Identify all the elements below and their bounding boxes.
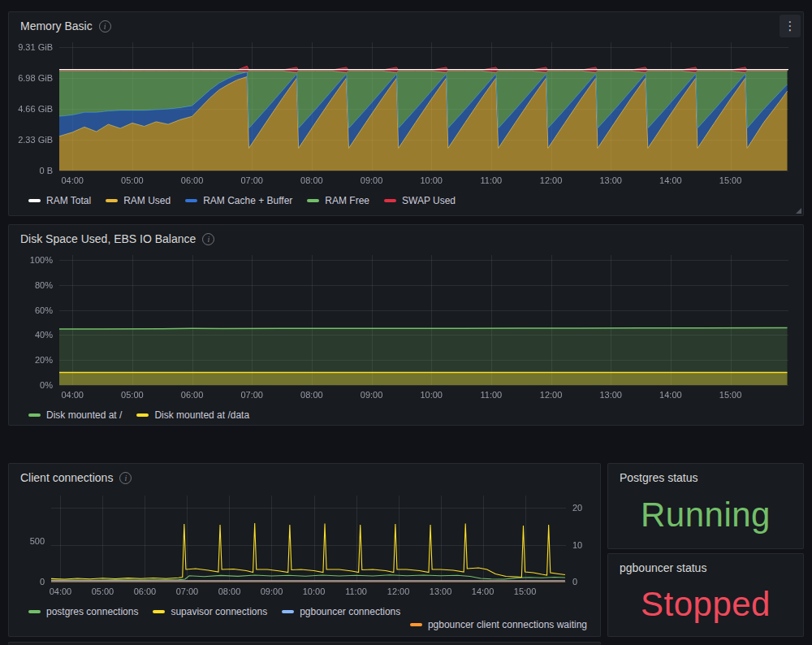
legend-label: SWAP Used (402, 195, 456, 206)
legend-swatch (136, 413, 149, 417)
legend-label: Disk mounted at / (46, 409, 122, 421)
next-row-panel-edge (8, 642, 601, 645)
pgbouncer-status-body: Stopped (608, 576, 803, 633)
disk-panel-header: Disk Space Used, EBS IO Balance i (9, 225, 803, 247)
info-icon-glyph: i (207, 235, 209, 244)
pgbouncer-status-header: pgbouncer status (608, 554, 803, 576)
connections-chart-canvas[interactable] (14, 487, 595, 601)
info-icon[interactable]: i (202, 233, 214, 245)
legend-label: pgbouncer connections (300, 606, 400, 617)
disk-legend: Disk mounted at /Disk mounted at /data (9, 405, 803, 424)
memory-basic-panel: Memory Basic i ⋮ RAM TotalRAM UsedRAM Ca… (8, 11, 804, 216)
legend-label: Disk mounted at /data (154, 409, 249, 421)
memory-legend: RAM TotalRAM UsedRAM Cache + BufferRAM F… (9, 190, 803, 210)
legend-label: RAM Used (123, 195, 171, 206)
grafana-dashboard: { "icons": { "info": "i", "kebab": "\u22… (0, 0, 812, 645)
kebab-icon: ⋮ (784, 19, 797, 33)
legend-item-disk-mounted-at-[interactable]: Disk mounted at / (28, 409, 122, 421)
legend-swatch (153, 610, 165, 613)
postgres-status-panel: Postgres status Running (607, 463, 804, 549)
client-connections-panel: Client connections i postgres connection… (8, 463, 601, 637)
disk-space-panel: Disk Space Used, EBS IO Balance i Disk m… (8, 224, 804, 426)
legend-label: postgres connections (46, 606, 138, 617)
panel-menu-button[interactable]: ⋮ (780, 15, 801, 37)
memory-panel-title[interactable]: Memory Basic (20, 19, 93, 32)
legend-item-ram-total[interactable]: RAM Total (28, 195, 91, 206)
legend-item-disk-mounted-at-data[interactable]: Disk mounted at /data (136, 409, 249, 421)
pgbouncer-status-value: Stopped (641, 585, 771, 624)
legend-item-ram-cache-buffer[interactable]: RAM Cache + Buffer (185, 195, 292, 206)
legend-label: pgbouncer client connections waiting (428, 619, 587, 630)
legend-item-pgbouncer-client-connections-waiting[interactable]: pgbouncer client connections waiting (410, 619, 587, 630)
legend-swatch (185, 199, 197, 202)
panel-resize-handle[interactable] (796, 208, 801, 214)
legend-item-ram-free[interactable]: RAM Free (307, 195, 369, 206)
legend-item-swap-used[interactable]: SWAP Used (384, 195, 456, 206)
postgres-status-header: Postgres status (608, 464, 803, 486)
connections-legend: postgres connectionssupavisor connection… (9, 601, 600, 621)
legend-label: RAM Total (46, 195, 91, 206)
legend-swatch (28, 610, 41, 613)
disk-chart-canvas[interactable] (14, 249, 798, 405)
legend-swatch (28, 413, 41, 417)
legend-item-postgres-connections[interactable]: postgres connections (28, 606, 138, 617)
disk-panel-title[interactable]: Disk Space Used, EBS IO Balance (20, 232, 196, 245)
info-icon-glyph: i (104, 22, 106, 31)
connections-legend-row-2: pgbouncer client connections waiting (9, 619, 600, 634)
legend-item-ram-used[interactable]: RAM Used (106, 195, 171, 206)
memory-panel-header: Memory Basic i ⋮ (9, 12, 803, 34)
memory-chart-canvas[interactable] (14, 36, 798, 190)
connections-panel-header: Client connections i (9, 464, 600, 486)
legend-swatch (307, 199, 319, 202)
legend-swatch (106, 199, 118, 202)
pgbouncer-status-panel: pgbouncer status Stopped (607, 553, 804, 637)
info-icon-glyph: i (125, 474, 127, 483)
pgbouncer-status-title[interactable]: pgbouncer status (620, 561, 706, 574)
legend-swatch (28, 199, 41, 202)
info-icon[interactable]: i (119, 472, 132, 484)
legend-swatch (410, 623, 422, 626)
legend-item-pgbouncer-connections[interactable]: pgbouncer connections (282, 606, 400, 617)
postgres-status-title[interactable]: Postgres status (620, 471, 698, 484)
info-icon[interactable]: i (99, 20, 111, 32)
legend-label: supavisor connections (171, 606, 267, 617)
legend-label: RAM Free (325, 195, 369, 206)
postgres-status-body: Running (608, 486, 803, 544)
legend-swatch (282, 610, 294, 613)
postgres-status-value: Running (641, 496, 771, 535)
connections-panel-title[interactable]: Client connections (20, 471, 113, 484)
legend-swatch (384, 199, 396, 202)
legend-item-supavisor-connections[interactable]: supavisor connections (153, 606, 267, 617)
legend-label: RAM Cache + Buffer (203, 195, 292, 206)
